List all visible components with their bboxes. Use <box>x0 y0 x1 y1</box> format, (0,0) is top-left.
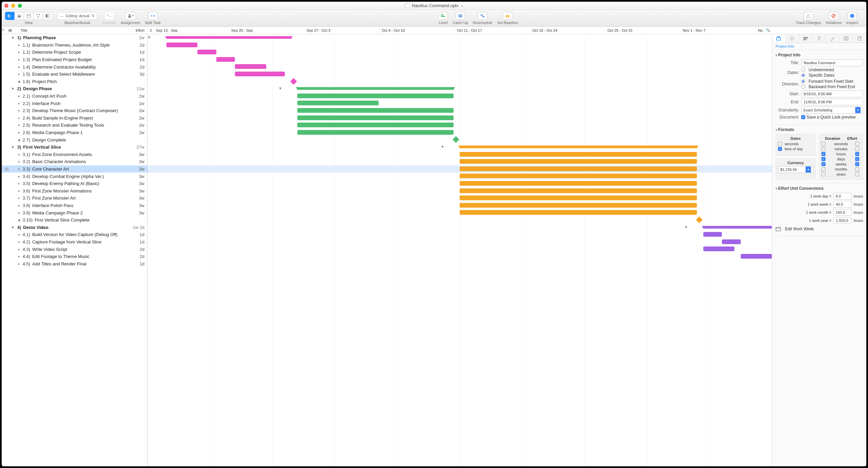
gantt-row[interactable] <box>147 114 772 122</box>
dates-specific-radio[interactable] <box>801 73 805 77</box>
task-row[interactable]: ●3.5)Develop Enemy Pathing AI (Basic)3w <box>2 180 147 187</box>
violations-button[interactable] <box>829 12 838 20</box>
assignment-button[interactable]: ▾ <box>125 12 136 20</box>
task-row[interactable]: ●4.1)Build Version for Video Capture (De… <box>2 231 147 238</box>
gantt-row[interactable] <box>147 173 772 180</box>
gantt-task-bar[interactable] <box>703 246 735 251</box>
duration-weeks-checkbox[interactable] <box>821 162 825 166</box>
inspector-tab-milestones[interactable] <box>786 34 799 43</box>
inspector-tab-task[interactable] <box>799 34 813 43</box>
timeline-week[interactable]: Sep 20 - Sep <box>229 28 304 32</box>
task-row[interactable]: ●2.5)Research and Evaluate Testing Tools… <box>2 122 147 129</box>
zoom-window-button[interactable] <box>18 4 22 8</box>
effort-months-checkbox[interactable] <box>855 167 859 171</box>
direction-forward-radio[interactable] <box>801 79 805 83</box>
disclosure-triangle-icon[interactable]: ▼ <box>11 36 16 40</box>
gantt-row[interactable] <box>147 260 772 268</box>
gantt-task-bar[interactable] <box>297 130 454 135</box>
gantt-task-bar[interactable] <box>460 166 697 171</box>
catchup-button[interactable] <box>456 12 465 20</box>
duration-months-checkbox[interactable] <box>821 167 825 171</box>
note-column-icon[interactable]: ▤ <box>8 28 15 32</box>
duration-hours-checkbox[interactable] <box>821 152 825 156</box>
view-calendar-button[interactable] <box>24 12 33 20</box>
disclosure-triangle-icon[interactable]: ▼ <box>11 87 16 90</box>
effort-weeks-checkbox[interactable] <box>855 162 859 166</box>
timeline-week[interactable]: Oct 11 - Oct 17 <box>455 28 530 32</box>
task-row[interactable]: ●2.2)Interface Push1w <box>2 100 147 107</box>
gantt-row[interactable] <box>147 107 772 114</box>
set-baseline-button[interactable] <box>503 12 512 20</box>
gantt-row[interactable] <box>147 78 772 85</box>
task-row[interactable]: ●1.4)Determine Contractor Availability2d <box>2 63 147 71</box>
gantt-milestone[interactable] <box>453 136 459 143</box>
inspector-tab-columns[interactable] <box>839 34 853 43</box>
view-styles-button[interactable] <box>43 12 52 20</box>
gantt-task-bar[interactable] <box>460 203 697 208</box>
inspector-tab-project[interactable] <box>772 34 786 43</box>
gantt-row[interactable]: ▼ <box>147 85 772 93</box>
gantt-milestone[interactable] <box>696 216 703 223</box>
gantt-row[interactable] <box>147 136 772 144</box>
gantt-group-bar[interactable] <box>297 87 454 90</box>
gantt-task-bar[interactable] <box>235 64 266 69</box>
task-row[interactable]: ●2.4)Build Sample In-Engine Project2w <box>2 114 147 122</box>
dates-undetermined-radio[interactable] <box>801 68 805 72</box>
direction-backward-radio[interactable] <box>801 85 805 89</box>
gantt-group-bar[interactable] <box>703 226 772 229</box>
baseline-select[interactable]: —Editing: Actual⇅ <box>57 12 98 20</box>
disclosure-triangle-icon[interactable]: ▼ <box>11 226 16 229</box>
gantt-row[interactable] <box>147 180 772 187</box>
task-row[interactable]: ●4.4)Edit Footage to Theme Music2d <box>2 253 147 260</box>
timeline-week[interactable]: Sep 27 - Oct 3 <box>304 28 379 32</box>
zoom-icon[interactable]: 🔍 <box>764 28 772 32</box>
gantt-group-bar[interactable] <box>166 36 291 39</box>
gantt-task-bar[interactable] <box>460 210 697 215</box>
gantt-row[interactable] <box>147 187 772 195</box>
inspector-tab-styles[interactable] <box>826 34 839 43</box>
task-row[interactable]: ●3.9)Media Campaign Phase 23w <box>2 209 147 216</box>
section-project-info[interactable]: Project Info <box>776 53 863 57</box>
timeline-week[interactable]: Sep 13 - Sep <box>154 28 229 32</box>
task-row[interactable]: ●3.4)Develop Combat Engine (Alpha Ver.)3… <box>2 173 147 180</box>
gantt-row[interactable] <box>147 42 772 49</box>
effort-years-checkbox[interactable] <box>855 172 859 176</box>
effort-seconds-checkbox[interactable] <box>855 142 859 146</box>
gantt-row[interactable] <box>147 253 772 260</box>
task-outline[interactable]: ▼1)Planning Phase2w●1.1)Brainstorm Theme… <box>2 34 147 466</box>
conv-day-input[interactable]: 8.0 <box>833 193 851 200</box>
gantt-row[interactable] <box>147 194 772 202</box>
gantt-row[interactable]: ▼ <box>147 224 772 231</box>
gantt-row[interactable] <box>147 245 772 253</box>
section-formats[interactable]: Formats <box>776 127 863 132</box>
timeline-week[interactable]: Oct 4 - Oct 10 <box>379 28 455 32</box>
disclosure-triangle-icon[interactable]: ▼ <box>11 145 16 149</box>
gantt-task-bar[interactable] <box>741 254 772 259</box>
gantt-row[interactable] <box>147 129 772 136</box>
gantt-task-bar[interactable] <box>297 115 454 120</box>
granularity-select[interactable]: Exact Scheduling <box>801 107 863 113</box>
minimize-window-button[interactable] <box>11 4 15 8</box>
gantt-disclosure-icon[interactable]: ▼ <box>279 86 282 90</box>
gantt-task-bar[interactable] <box>166 43 198 47</box>
task-row[interactable]: ●1.1)Brainstorm Themes, Audience, Art St… <box>2 42 147 49</box>
gantt-row[interactable] <box>147 100 772 107</box>
gantt-row[interactable] <box>147 63 772 71</box>
dates-timeofday-checkbox[interactable] <box>778 147 782 151</box>
effort-column-header[interactable]: Effort <box>131 28 147 32</box>
duration-days-checkbox[interactable] <box>821 157 825 161</box>
gantt-task-bar[interactable] <box>460 152 697 157</box>
gantt-task-bar[interactable] <box>235 72 285 76</box>
gantt-task-bar[interactable] <box>297 101 379 105</box>
timeline-week[interactable]: Oct 25 - Oct 31 <box>605 28 680 32</box>
gantt-task-bar[interactable] <box>460 196 697 200</box>
task-row[interactable]: ▼2)Design Phase11w <box>2 85 147 93</box>
gantt-task-bar[interactable] <box>197 50 216 54</box>
gantt-task-bar[interactable] <box>460 181 697 186</box>
gantt-row[interactable]: ▼ <box>147 34 772 42</box>
task-row[interactable]: ▤●3.3)Core Character Art3w <box>2 165 147 173</box>
duration-seconds-checkbox[interactable] <box>821 142 825 146</box>
task-row[interactable]: ●3.1)First Zone Environment Assets3w <box>2 151 147 158</box>
timeline-week[interactable]: No <box>756 28 764 32</box>
end-date-input[interactable]: 11/6/15, 8:00 PM <box>801 99 863 105</box>
